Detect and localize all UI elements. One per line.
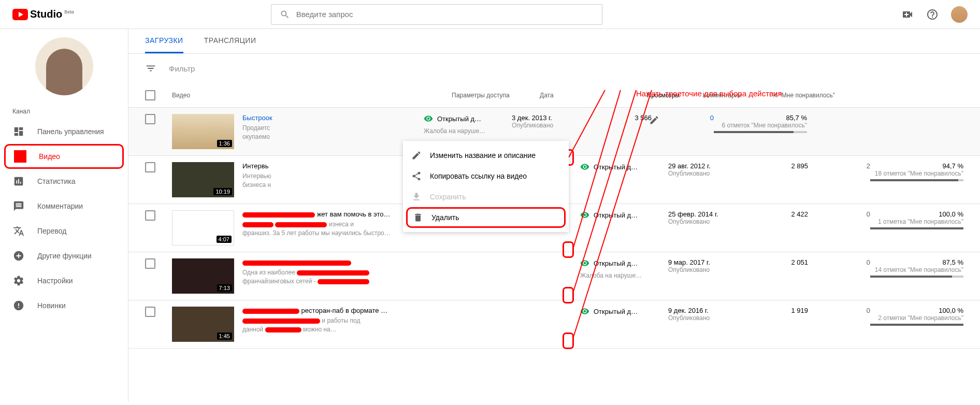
- views-cell: 1 919: [746, 307, 808, 314]
- col-access[interactable]: Параметры доступа: [452, 92, 540, 99]
- menu-save: Сохранить: [403, 186, 569, 207]
- visibility-icon: [424, 114, 433, 123]
- logo[interactable]: Studio Beta: [12, 8, 74, 20]
- nav-label: Настройки: [37, 277, 73, 285]
- video-desc: и работы подданной можно на…: [242, 316, 572, 334]
- comments-cell[interactable]: 0: [808, 307, 870, 314]
- nav-news[interactable]: Новинки: [0, 293, 128, 318]
- date-sub: Опубликовано: [668, 314, 746, 322]
- analytics-icon: [13, 176, 24, 187]
- video-thumbnail[interactable]: 10:19: [172, 162, 234, 197]
- new-icon: [13, 300, 24, 311]
- row-checkbox[interactable]: [145, 162, 155, 172]
- nav-translation[interactable]: Перевод: [0, 219, 128, 243]
- row-checkbox[interactable]: [145, 210, 155, 221]
- dashboard-icon: [13, 126, 24, 137]
- video-thumbnail[interactable]: 4:07: [172, 210, 234, 245]
- header-actions: [901, 6, 968, 23]
- nav-dashboard[interactable]: Панель управления: [0, 119, 128, 144]
- col-video[interactable]: Видео: [172, 92, 452, 99]
- create-video-icon[interactable]: [901, 8, 914, 21]
- user-avatar[interactable]: [951, 6, 968, 23]
- video-title[interactable]: Быстроок: [242, 114, 415, 122]
- date-sub: Опубликовано: [668, 218, 746, 225]
- duration-badge: 1:45: [217, 332, 232, 340]
- likes-sub: 1 отметка "Мне понравилось": [870, 218, 963, 225]
- video-row[interactable]: 7:13 Одна из наиболее франчайзинговых се…: [128, 252, 980, 300]
- nav-label: Комментарии: [37, 202, 83, 210]
- col-date[interactable]: Дата: [540, 92, 617, 99]
- search-input[interactable]: [296, 10, 594, 19]
- date-sub: Опубликовано: [668, 170, 746, 177]
- tab-uploads[interactable]: ЗАГРУЗКИ: [145, 29, 183, 53]
- nav-videos[interactable]: Видео: [4, 144, 124, 169]
- menu-delete[interactable]: Удалить: [406, 207, 566, 228]
- date-text: 3 дек. 2013 г.: [512, 114, 589, 122]
- pencil-icon: [411, 150, 422, 161]
- filter-icon[interactable]: [145, 63, 156, 74]
- annotation-box: [563, 332, 574, 349]
- video-desc: Продаетсокупаемо: [242, 124, 415, 141]
- row-checkbox[interactable]: [145, 114, 155, 124]
- annotation-text: Нажать троеточие для выбора действия: [636, 89, 782, 98]
- tabs: ЗАГРУЗКИ ТРАНСЛЯЦИИ: [128, 29, 980, 54]
- comments-cell[interactable]: 0: [808, 258, 870, 266]
- main-content: ЗАГРУЗКИ ТРАНСЛЯЦИИ Фильтр Видео Парамет…: [128, 29, 980, 402]
- video-title[interactable]: [242, 258, 572, 266]
- comments-cell[interactable]: 2: [808, 162, 870, 170]
- comments-icon: [13, 200, 24, 212]
- video-row[interactable]: 1:45 ресторан-паб в формате … и работы п…: [128, 300, 980, 349]
- duration-badge: 10:19: [213, 188, 232, 195]
- video-thumbnail[interactable]: 1:36: [172, 114, 234, 149]
- nav-settings[interactable]: Настройки: [0, 268, 128, 293]
- tab-live[interactable]: ТРАНСЛЯЦИИ: [204, 29, 256, 53]
- channel-label: Канал: [0, 104, 128, 119]
- nav-other[interactable]: Другие функции: [0, 243, 128, 268]
- add-circle-icon: [13, 250, 24, 262]
- likes-sub: 6 отметок "Мне понравилось": [714, 122, 807, 129]
- duration-badge: 4:07: [217, 236, 232, 243]
- likes-pct: 87,5 %: [870, 258, 963, 266]
- edit-icon[interactable]: [649, 115, 659, 125]
- video-title[interactable]: ресторан-паб в формате …: [242, 307, 572, 314]
- table-header: Видео Параметры доступа Дата Просмотры К…: [128, 83, 980, 108]
- search-icon: [280, 9, 290, 20]
- annotation-box: [563, 241, 574, 258]
- nav-label: Другие функции: [37, 252, 92, 260]
- nav-comments[interactable]: Комментарии: [0, 194, 128, 219]
- video-desc: Одна из наиболее франчайзинговых сетей -: [242, 268, 572, 286]
- video-thumbnail[interactable]: 1:45: [172, 307, 234, 342]
- video-thumbnail[interactable]: 7:13: [172, 258, 234, 294]
- comments-cell[interactable]: 0: [652, 114, 714, 122]
- help-icon[interactable]: [926, 8, 939, 21]
- likes-pct: 100,0 %: [870, 210, 963, 218]
- date-text: 9 мар. 2017 г.: [668, 258, 746, 266]
- views-cell: 2 051: [746, 258, 808, 266]
- download-icon: [411, 192, 422, 202]
- access-text: Открытый д…: [594, 259, 638, 267]
- nav-analytics[interactable]: Статистика: [0, 169, 128, 194]
- comments-cell[interactable]: 0: [808, 210, 870, 218]
- channel-avatar[interactable]: [35, 37, 93, 95]
- date-text: 25 февр. 2014 г.: [668, 210, 746, 218]
- share-icon: [411, 171, 422, 181]
- context-menu: Изменить название и описание Копировать …: [403, 141, 569, 232]
- access-text: Открытый д…: [594, 211, 638, 219]
- row-checkbox[interactable]: [145, 258, 155, 269]
- translate-icon: [13, 225, 24, 237]
- access-text: Открытый д…: [437, 115, 481, 123]
- menu-copy-link[interactable]: Копировать ссылку на видео: [403, 166, 569, 186]
- nav-label: Перевод: [37, 227, 66, 235]
- views-cell: 3 566: [589, 114, 652, 122]
- views-cell: 2 422: [746, 210, 808, 218]
- date-sub: Опубликовано: [512, 122, 589, 129]
- select-all-checkbox[interactable]: [145, 90, 155, 100]
- date-text: 9 дек. 2016 г.: [668, 307, 746, 314]
- menu-edit[interactable]: Изменить название и описание: [403, 145, 569, 166]
- search-box[interactable]: [271, 4, 602, 25]
- likes-pct: 100,0 %: [870, 307, 963, 314]
- row-checkbox[interactable]: [145, 307, 155, 317]
- filter-label[interactable]: Фильтр: [169, 64, 195, 73]
- duration-badge: 7:13: [217, 284, 232, 292]
- access-text: Открытый д…: [594, 163, 638, 171]
